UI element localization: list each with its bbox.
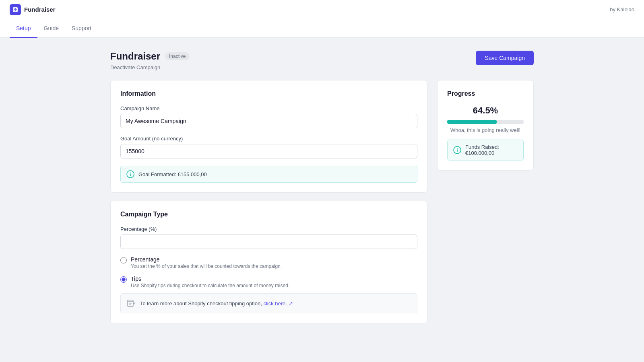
percentage-option[interactable]: Percentage You set the % of your sales t… — [120, 256, 417, 269]
page-header: Fundraiser Inactive Deactivate Campaign … — [110, 51, 534, 70]
app-name: Fundraiser — [24, 6, 56, 13]
save-campaign-button[interactable]: Save Campaign — [476, 51, 534, 65]
progress-bar-track — [447, 120, 524, 124]
shopify-icon — [126, 298, 136, 308]
progress-message: Whoa, this is going really well! — [447, 127, 524, 133]
info-icon — [126, 170, 134, 178]
main-content: Fundraiser Inactive Deactivate Campaign … — [101, 51, 543, 323]
tips-link[interactable]: click here. ↗ — [263, 300, 293, 306]
campaign-type-title: Campaign Type — [120, 211, 417, 218]
goal-amount-input[interactable] — [120, 144, 417, 158]
page-title: Fundraiser — [110, 51, 160, 62]
tips-option-label: Tips — [131, 276, 289, 282]
tab-setup[interactable]: Setup — [10, 19, 37, 38]
content-layout: Information Campaign Name Goal Amount (n… — [110, 80, 534, 323]
tab-guide[interactable]: Guide — [37, 19, 65, 38]
progress-card: Progress 64.5% Whoa, this is going reall… — [437, 80, 534, 171]
page-header-left: Fundraiser Inactive Deactivate Campaign — [110, 51, 190, 70]
percentage-label: Percentage (%) — [120, 226, 417, 232]
content-main: Information Campaign Name Goal Amount (n… — [110, 80, 427, 323]
tips-option-desc: Use Shopify tips during checkout to calc… — [131, 283, 289, 288]
progress-title: Progress — [447, 90, 524, 97]
percentage-input[interactable] — [120, 234, 417, 249]
side-column: Progress 64.5% Whoa, this is going reall… — [437, 80, 534, 171]
information-card: Information Campaign Name Goal Amount (n… — [110, 80, 427, 193]
tips-option[interactable]: Tips Use Shopify tips during checkout to… — [120, 276, 417, 288]
goal-formatted-box: Goal Formatted: €155.000,00 — [120, 166, 417, 183]
tips-info-text: To learn more about Shopify checkout tip… — [140, 300, 293, 306]
status-badge: Inactive — [165, 52, 190, 60]
page-title-row: Fundraiser Inactive — [110, 51, 190, 62]
svg-point-5 — [457, 148, 458, 149]
topbar: Fundraiser by Kaleido — [0, 0, 644, 19]
campaign-name-label: Campaign Name — [120, 105, 417, 111]
progress-percent: 64.5% — [447, 105, 524, 116]
campaign-type-radio-group: Percentage You set the % of your sales t… — [120, 256, 417, 288]
campaign-type-card: Campaign Type Percentage (%) Percentage … — [110, 201, 427, 323]
goal-amount-field-group: Goal Amount (no currency) — [120, 136, 417, 158]
progress-bar-fill — [447, 120, 497, 124]
percentage-option-desc: You set the % of your sales that will be… — [131, 263, 282, 269]
funds-raised-text: Funds Raised: €100.000,00 — [465, 144, 518, 156]
brand-area: Fundraiser — [10, 4, 56, 15]
funds-info-icon — [453, 146, 461, 154]
topbar-byline: by Kaleido — [610, 6, 634, 12]
percentage-option-label: Percentage — [131, 256, 282, 263]
goal-formatted-text: Goal Formatted: €155.000,00 — [138, 171, 207, 177]
external-link-icon: ↗ — [289, 300, 293, 306]
campaign-name-field-group: Campaign Name — [120, 105, 417, 128]
information-title: Information — [120, 90, 417, 97]
goal-amount-label: Goal Amount (no currency) — [120, 136, 417, 142]
tips-option-content: Tips Use Shopify tips during checkout to… — [131, 276, 289, 288]
tips-info-box: To learn more about Shopify checkout tip… — [120, 293, 417, 313]
funds-raised-box: Funds Raised: €100.000,00 — [447, 140, 524, 160]
tips-radio[interactable] — [120, 276, 127, 283]
deactivate-campaign-link[interactable]: Deactivate Campaign — [110, 64, 190, 70]
app-logo — [10, 4, 21, 15]
percentage-radio[interactable] — [120, 257, 127, 263]
tab-support[interactable]: Support — [65, 19, 98, 38]
svg-point-2 — [130, 173, 131, 173]
nav-tabs: Setup Guide Support — [0, 19, 644, 38]
percentage-field-group: Percentage (%) — [120, 226, 417, 249]
percentage-option-content: Percentage You set the % of your sales t… — [131, 256, 282, 269]
campaign-name-input[interactable] — [120, 114, 417, 128]
